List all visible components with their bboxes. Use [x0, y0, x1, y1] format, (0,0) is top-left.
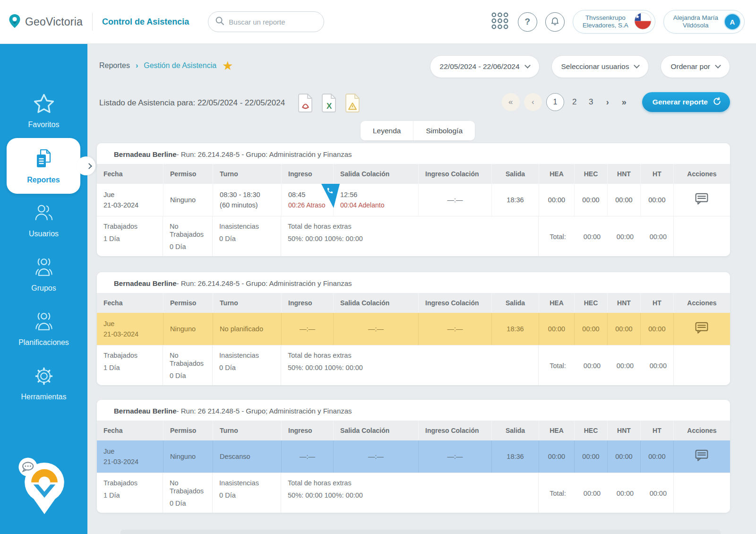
- employee-header: Bernadeau Berline- Run: 26.214.248-5 - G…: [97, 143, 730, 164]
- user-selector[interactable]: Seleccionar usuarios: [551, 55, 649, 78]
- user-name-line2: Vildósola: [673, 22, 718, 29]
- brand-logo[interactable]: GeoVictoria: [9, 14, 83, 30]
- sidebar-item-planificaciones[interactable]: Planificaciones: [0, 310, 87, 347]
- order-by-selector[interactable]: Ordenar por: [661, 55, 730, 78]
- employee-name: Bernadeau Berline: [114, 150, 177, 158]
- bell-icon: [550, 16, 560, 28]
- employee-meta: - Run: 26.214.248-5 - Grupo: Administrac…: [177, 150, 352, 158]
- support-chat-widget[interactable]: [16, 456, 73, 517]
- documents-icon: [32, 147, 55, 172]
- avatar: A: [724, 13, 741, 30]
- report-toolbar: Listado de Asistencia para: 22/05/2024 -…: [99, 93, 361, 113]
- search-icon: [215, 16, 224, 27]
- sidebar-item-grupos[interactable]: Grupos: [0, 256, 87, 293]
- summary-row: Trabajados1 Día No Trabajados0 Día Inasi…: [97, 216, 730, 256]
- breadcrumb-current[interactable]: Gestión de Asistencia: [144, 61, 216, 70]
- header-actions: ? Thvssenkrupo Elevadores, S.A: [490, 10, 745, 34]
- legend-tabs: Leyenda Simbología: [361, 121, 475, 140]
- users-icon: [32, 201, 56, 227]
- sidebar-expand-button[interactable]: [77, 156, 95, 175]
- star-icon: [32, 92, 56, 118]
- question-icon: ?: [525, 17, 531, 27]
- user-name-line1: Alejandra María: [673, 14, 718, 22]
- brand-pin-icon: [9, 14, 21, 30]
- phone-event-badge-icon[interactable]: [320, 184, 340, 209]
- generate-report-button[interactable]: Generar reporte: [642, 92, 730, 112]
- top-bar: GeoVictoria Control de Asistencia ?: [0, 0, 756, 44]
- date-range-selector[interactable]: 22/05/2024 - 22/06/2024: [430, 55, 540, 78]
- svg-text:X: X: [326, 102, 332, 111]
- employee-name: Bernadeau Berline: [114, 407, 177, 415]
- pagination-bar: « ‹ 1 2 3 › » Generar reporte: [502, 92, 730, 112]
- filter-bar: 22/05/2024 - 22/06/2024 Seleccionar usua…: [430, 55, 730, 78]
- export-error-icon[interactable]: [344, 93, 361, 113]
- help-button[interactable]: ?: [518, 12, 537, 32]
- table-row-rest-day: Jue21-03-2024 Ninguno Descanso —:— —:— —…: [97, 440, 730, 473]
- notifications-button[interactable]: [545, 12, 565, 32]
- group-icon: [32, 256, 56, 281]
- sidebar-item-favoritos[interactable]: Favoritos: [0, 92, 87, 129]
- main-content: Reportes › Gestión de Asistencia ★ 22/05…: [87, 44, 756, 534]
- page-1-button[interactable]: 1: [546, 93, 564, 111]
- brand-name: GeoVictoria: [25, 16, 83, 28]
- header-divider: [92, 13, 93, 31]
- table-row: Jue21-03-2024 Ninguno 08:30 - 18:30(60 m…: [97, 184, 730, 216]
- tab-leyenda[interactable]: Leyenda: [361, 121, 413, 140]
- sidebar: Favoritos Reportes: [0, 44, 87, 534]
- breadcrumb: Reportes › Gestión de Asistencia ★: [99, 61, 233, 70]
- sidebar-item-reportes[interactable]: Reportes: [7, 138, 80, 194]
- page-next-button[interactable]: ›: [601, 97, 614, 107]
- sidebar-item-herramientas[interactable]: Herramientas: [0, 364, 87, 401]
- breadcrumb-root[interactable]: Reportes: [99, 61, 130, 70]
- refresh-icon: [713, 97, 722, 108]
- breadcrumb-separator-icon: ›: [136, 61, 138, 70]
- report-search[interactable]: [208, 11, 324, 32]
- table-row-warning: Jue21-03-2024 Ninguno No planificado —:—…: [97, 313, 730, 345]
- company-name-line1: Thvssenkrupo: [583, 14, 628, 22]
- chevron-down-icon: [524, 62, 531, 69]
- export-pdf-icon[interactable]: [297, 93, 314, 113]
- page-title: Control de Asistencia: [102, 17, 189, 27]
- comment-action-icon[interactable]: [695, 449, 709, 464]
- summary-row: Trabajados1 Día No Trabajados0 Día Inasi…: [97, 345, 730, 385]
- table-header-row: Fecha Permiso Turno Ingreso Salida Colac…: [97, 421, 730, 440]
- export-excel-icon[interactable]: X: [320, 93, 338, 113]
- comment-action-icon[interactable]: [695, 192, 709, 207]
- employee-meta: - Run: 26.214.248-5 - Grupo: Administrac…: [177, 279, 352, 287]
- report-range-label: Listado de Asistencia para: 22/05/2024 -…: [99, 98, 285, 108]
- geovictoria-app: GeoVictoria Control de Asistencia ?: [0, 0, 756, 534]
- comment-action-icon[interactable]: [695, 321, 709, 336]
- next-card-peek: [120, 530, 721, 534]
- chevron-right-icon: [86, 163, 92, 169]
- page-first-button[interactable]: «: [502, 93, 520, 111]
- table-header-row: Fecha Permiso Turno Ingreso Salida Colac…: [97, 164, 730, 184]
- employee-header: Bernadeau Berline- Run: 26.214.248-5 - G…: [97, 272, 730, 293]
- sidebar-item-usuarios[interactable]: Usuarios: [0, 201, 87, 238]
- page-last-button[interactable]: »: [618, 97, 630, 107]
- employee-meta: - Run: 26 214.248-5 - Grupo; Administrac…: [177, 407, 352, 415]
- employee-header: Bernadeau Berline- Run: 26 214.248-5 - G…: [97, 400, 730, 421]
- attendance-card-1: Bernadeau Berline- Run: 26.214.248-5 - G…: [97, 143, 730, 256]
- chevron-down-icon: [634, 62, 640, 69]
- gear-icon: [32, 364, 56, 390]
- employee-name: Bernadeau Berline: [114, 279, 177, 287]
- summary-row: Trabajados1 Día No Trabajados0 Día Inasi…: [97, 473, 730, 513]
- tab-simbologia[interactable]: Simbología: [413, 121, 475, 140]
- page-3-button[interactable]: 3: [585, 97, 597, 107]
- user-menu[interactable]: Alejandra María Vildósola A: [663, 10, 745, 34]
- search-input[interactable]: [229, 18, 323, 26]
- attendance-card-3: Bernadeau Berline- Run: 26 214.248-5 - G…: [97, 400, 730, 513]
- early-note: 00:04 Adelanto: [340, 201, 415, 210]
- chevron-down-icon: [715, 62, 721, 69]
- chile-flag-icon: [634, 12, 652, 32]
- company-selector[interactable]: Thvssenkrupo Elevadores, S.A: [573, 10, 655, 34]
- apps-grid-icon[interactable]: [490, 11, 510, 33]
- planning-group-icon: [32, 310, 56, 336]
- company-name-line2: Elevadores, S.A: [583, 22, 628, 29]
- table-header-row: Fecha Permiso Turno Ingreso Salida Colac…: [97, 293, 730, 313]
- favorite-star-icon[interactable]: ★: [222, 61, 233, 70]
- page-prev-button[interactable]: ‹: [524, 93, 542, 111]
- attendance-card-2: Bernadeau Berline- Run: 26.214.248-5 - G…: [97, 272, 730, 385]
- page-2-button[interactable]: 2: [568, 97, 581, 107]
